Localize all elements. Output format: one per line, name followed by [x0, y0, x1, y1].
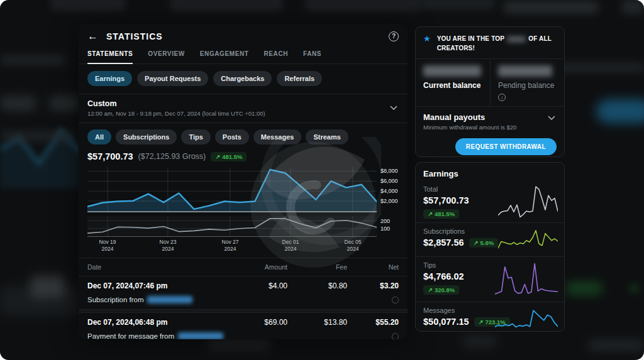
tab-overview[interactable]: OVERVIEW: [148, 46, 185, 64]
earnings-line-svg: [87, 167, 377, 211]
date-range-selector[interactable]: Custom 12:00 am, Nov 18 - 9:18 pm, Dec 0…: [79, 94, 408, 123]
tab-engagement[interactable]: ENGAGEMENT: [200, 46, 249, 64]
messages-sparkline: [495, 308, 558, 330]
spinner-icon: [392, 333, 399, 340]
change-badge: ↗ 481.5%: [211, 152, 247, 161]
stat-subscriptions: Subscriptions $2,857.56 ↗ 5.6%: [416, 222, 564, 256]
mini-chart-baseline: [87, 236, 377, 237]
pill-chargebacks[interactable]: Chargebacks: [213, 71, 272, 86]
balance-card: ★ YOU ARE IN THE TOPOF ALL CREATORS! Cur…: [415, 26, 565, 157]
spinner-icon: [392, 297, 399, 303]
stat-change-badge: ↗ 320.8%: [423, 285, 459, 295]
tab-fans[interactable]: FANS: [303, 46, 321, 64]
stat-value: $2,857.56: [423, 237, 464, 248]
y-axis-label: 200: [380, 218, 408, 224]
subscriptions-sparkline: [498, 227, 558, 253]
blurred-percent: [507, 36, 526, 42]
help-icon[interactable]: ?: [389, 31, 399, 41]
stat-messages: Messages $50,077.15 ↗ 723.1%: [416, 302, 564, 332]
panel-header: ← STATISTICS ?: [79, 24, 408, 46]
tx-date: Dec 07, 2024,06:48 pm: [87, 318, 231, 327]
y-axis-label: $2,000: [380, 198, 408, 204]
col-fee: Fee: [287, 263, 347, 271]
filter-streams[interactable]: Streams: [306, 129, 348, 145]
app-window: ← STATISTICS ? STATEMENTS OVERVIEW ENGAG…: [0, 0, 644, 360]
request-withdrawal-button[interactable]: REQUEST WITHDRAWAL: [455, 138, 557, 155]
x-axis-tick: Dec 012024: [274, 239, 308, 253]
tab-bar: STATEMENTS OVERVIEW ENGAGEMENT REACH FAN…: [79, 46, 408, 64]
filter-messages[interactable]: Messages: [253, 129, 302, 145]
x-axis-tick: Nov 272024: [213, 239, 247, 253]
trend-up-icon: ↗: [215, 153, 220, 160]
y-axis-label: $4,000: [380, 188, 408, 194]
page-title: STATISTICS: [106, 31, 380, 41]
info-icon[interactable]: i: [498, 94, 506, 101]
tx-description: Subscription from: [87, 296, 143, 303]
manual-payouts-section: Manual payouts Minimum withdrawal amount…: [416, 107, 564, 161]
y-axis-label: $6,000: [380, 178, 408, 184]
tx-net: $3.20: [347, 281, 399, 290]
trend-up-icon: ↗: [474, 239, 479, 246]
tab-statements[interactable]: STATEMENTS: [87, 46, 133, 64]
earnings-chart: $8,000 $6,000 $4,000 $2,000 200 100 Nov …: [87, 167, 399, 255]
current-balance-label: Current balance: [423, 81, 482, 90]
col-net: Net: [347, 263, 399, 271]
stat-change-badge: ↗ 481.5%: [423, 209, 459, 219]
stat-value: $50,077.15: [423, 317, 469, 327]
payouts-title: Manual payouts: [423, 112, 557, 122]
trend-up-icon: ↗: [479, 319, 484, 325]
transactions-table: Date Amount Fee Net Dec 07, 2024,07:46 p…: [79, 258, 408, 339]
pill-referrals[interactable]: Referrals: [277, 71, 322, 86]
tab-reach[interactable]: REACH: [264, 46, 289, 64]
table-row: Dec 07, 2024,06:48 pm $69.00 $13.80 $55.…: [79, 312, 408, 339]
earnings-line-plot: [87, 167, 377, 211]
pill-earnings[interactable]: Earnings: [87, 71, 132, 86]
earnings-summary-card: Earnings Total $57,700.73 ↗ 481.5% Subsc…: [415, 162, 565, 332]
tx-fee: $0.80: [287, 281, 347, 290]
col-date: Date: [87, 263, 231, 271]
date-range-preset: Custom: [87, 99, 386, 108]
chart-baseline: [87, 211, 377, 212]
stat-total: Total $57,700.73 ↗ 481.5%: [416, 181, 564, 222]
count-line-plot: [87, 216, 377, 236]
star-icon: ★: [423, 34, 431, 44]
banner-text: YOU ARE IN THE TOPOF ALL CREATORS!: [437, 34, 557, 53]
filter-all[interactable]: All: [87, 129, 111, 145]
blurred-current-balance-value: [423, 65, 481, 77]
report-type-pills: Earnings Payout Requests Chargebacks Ref…: [79, 64, 408, 94]
gross-amount: ($72,125.93 Gross): [138, 152, 206, 161]
earning-type-filters: All Subscriptions Tips Posts Messages St…: [79, 123, 408, 151]
tx-fee: $13.80: [287, 318, 347, 327]
blurred-username-link[interactable]: [147, 296, 192, 303]
x-axis-tick: Nov 192024: [91, 239, 125, 253]
y-axis-label: 100: [380, 226, 408, 232]
back-arrow-icon[interactable]: ←: [87, 31, 98, 41]
change-value: 481.5%: [222, 153, 242, 160]
earnings-card-title: Earnings: [416, 163, 564, 181]
top-creators-banner: ★ YOU ARE IN THE TOPOF ALL CREATORS!: [416, 27, 564, 58]
table-row: Dec 07, 2024,07:46 pm $4.00 $0.80 $3.20 …: [79, 276, 408, 309]
blurred-username-link[interactable]: [178, 332, 223, 339]
total-sparkline: [498, 185, 558, 219]
filter-tips[interactable]: Tips: [181, 129, 210, 145]
filter-subscriptions[interactable]: Subscriptions: [116, 129, 177, 145]
table-header-row: Date Amount Fee Net: [79, 258, 408, 276]
x-axis-tick: Dec 052024: [336, 239, 370, 253]
pill-payout-requests[interactable]: Payout Requests: [137, 71, 208, 86]
stat-change-badge: ↗ 5.6%: [469, 238, 499, 248]
tx-amount: $4.00: [231, 281, 287, 290]
chevron-down-icon[interactable]: [390, 106, 397, 111]
date-range-detail: 12:00 am, Nov 18 - 9:18 pm, Dec 07, 2024…: [87, 110, 386, 117]
tx-description: Payment for message from: [87, 332, 174, 339]
trend-up-icon: ↗: [428, 210, 433, 217]
payouts-subtitle: Minimum withdrawal amount is $20: [423, 124, 557, 131]
current-balance-cell: Current balance: [416, 59, 490, 106]
tips-sparkline: [495, 262, 558, 296]
stat-tips: Tips $4,766.02 ↗ 320.8%: [416, 256, 564, 302]
chevron-down-icon[interactable]: [548, 116, 555, 121]
pending-balance-label: Pending balance: [498, 81, 557, 90]
filter-posts[interactable]: Posts: [215, 129, 249, 145]
col-amount: Amount: [231, 263, 287, 271]
net-amount: $57,700.73: [87, 151, 133, 161]
y-axis-label: $8,000: [380, 168, 408, 174]
